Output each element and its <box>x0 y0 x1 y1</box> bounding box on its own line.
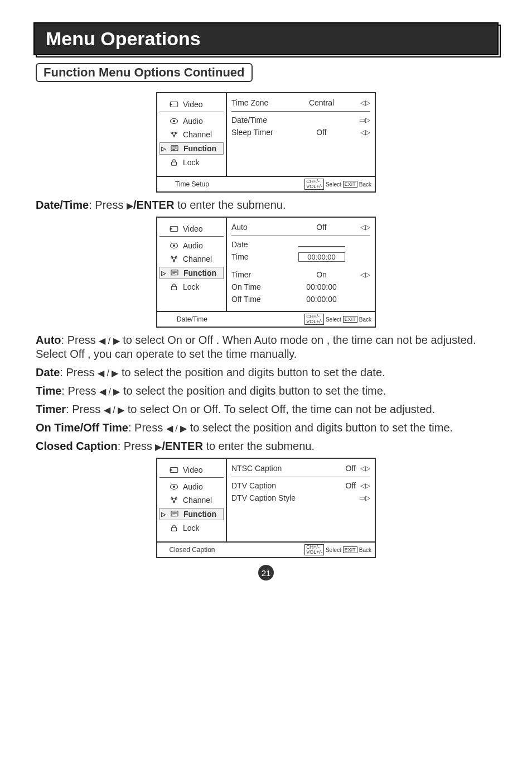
setting-label: DTV Caption Style <box>231 493 309 502</box>
setting-row-sleep-timer[interactable]: Sleep Timer Off ◁▷ <box>231 126 370 138</box>
setting-label: On Time <box>231 282 287 291</box>
osd-footer: Closed Caption CH+/-VOL+/- Select EXIT B… <box>157 541 375 557</box>
paragraph-on-off-time: On Time/Off Time: Press ◀ / ▶ to select … <box>36 421 496 435</box>
channel-icon <box>168 129 180 140</box>
hint-select: Select <box>326 316 341 323</box>
sidebar-item-label: Channel <box>183 496 212 505</box>
left-right-arrows-icon: ◀ / ▶ <box>98 368 118 378</box>
sidebar-item-function[interactable]: ▷ Function <box>159 267 224 279</box>
setting-label: Time Zone <box>231 98 287 107</box>
sidebar-item-channel[interactable]: Channel <box>159 495 224 506</box>
setting-label: DTV Caption <box>231 481 309 490</box>
sidebar-item-label: Audio <box>183 482 203 491</box>
left-right-arrows-icon: ◀ / ▶ <box>104 405 124 415</box>
setting-row-on-time[interactable]: On Time 00:00:00 <box>231 281 370 293</box>
ch-vol-key-icon: CH+/-VOL+/- <box>304 544 324 555</box>
exit-key-icon: EXIT <box>343 316 357 323</box>
osd-sidebar: Video Audio Channel ▷ Function <box>157 459 227 541</box>
hint-select: Select <box>326 547 341 553</box>
sidebar-item-video[interactable]: Video <box>159 223 224 237</box>
svg-point-2 <box>173 121 175 122</box>
setting-value <box>298 246 345 247</box>
osd-footer-title: Time Setup <box>157 178 227 190</box>
setting-label: Date <box>231 240 287 249</box>
paragraph-closed-caption: Closed Caption: Press ▶/ENTER to enter t… <box>36 439 496 453</box>
sidebar-item-function[interactable]: ▷ Function <box>159 142 224 155</box>
paragraph-date-time-intro: Date/Time: Press ▶/ENTER to enter the su… <box>36 198 496 212</box>
left-right-arrows-icon: ◀ / ▶ <box>99 336 119 346</box>
function-icon <box>169 143 180 153</box>
sidebar-item-label: Audio <box>183 241 203 250</box>
left-right-arrows-icon: ◀ / ▶ <box>99 387 120 396</box>
sidebar-item-label: Channel <box>183 255 212 263</box>
sidebar-item-lock[interactable]: Lock <box>159 157 224 168</box>
paragraph-timer: Timer: Press ◀ / ▶ to select On or Off. … <box>36 402 496 416</box>
section-subtitle: Function Menu Options Continued <box>36 63 253 82</box>
sidebar-item-label: Video <box>183 466 203 474</box>
hint-back: Back <box>359 316 371 323</box>
sidebar-item-label: Function <box>183 144 216 153</box>
sidebar-item-audio[interactable]: Audio <box>159 481 224 492</box>
page-number: 21 <box>258 565 274 580</box>
hint-select: Select <box>326 181 341 188</box>
video-icon <box>168 465 180 475</box>
paragraph-date: Date: Press ◀ / ▶ to select the position… <box>36 366 496 380</box>
osd-content: Auto Off ◁▷ Date Time 00:00:00 Timer On <box>227 218 375 311</box>
sidebar-item-lock[interactable]: Lock <box>159 281 224 292</box>
sidebar-item-channel[interactable]: Channel <box>159 129 224 140</box>
hint-back: Back <box>359 547 371 553</box>
video-icon <box>168 99 180 109</box>
setting-row-time[interactable]: Time 00:00:00 <box>231 251 370 263</box>
osd-sidebar: Video Audio Channel ▷ Function <box>157 93 227 176</box>
sidebar-item-audio[interactable]: Audio <box>159 240 224 251</box>
sidebar-item-lock[interactable]: Lock <box>159 522 224 534</box>
enter-icon: ▭▷ <box>356 494 370 502</box>
setting-value: 00:00:00 <box>287 282 356 291</box>
sidebar-item-video[interactable]: Video <box>159 99 224 112</box>
left-right-icon: ◁▷ <box>356 271 370 279</box>
function-icon <box>169 268 180 278</box>
svg-point-10 <box>173 245 175 247</box>
sidebar-item-label: Function <box>183 510 216 519</box>
svg-rect-7 <box>172 162 177 165</box>
channel-icon <box>168 254 180 264</box>
lock-icon <box>168 523 180 533</box>
hint-back: Back <box>359 181 371 188</box>
osd-date-time: Video Audio Channel ▷ Function <box>156 217 376 328</box>
setting-value: Off <box>287 128 356 137</box>
setting-row-dtv-caption[interactable]: DTV Caption Off ◁▷ <box>231 479 370 492</box>
setting-row-off-time[interactable]: Off Time 00:00:00 <box>231 293 370 305</box>
sidebar-item-function[interactable]: ▷ Function <box>159 508 224 520</box>
setting-value: Off <box>309 481 356 490</box>
left-right-icon: ◁▷ <box>356 223 370 231</box>
function-icon <box>169 509 180 519</box>
exit-key-icon: EXIT <box>343 546 357 553</box>
sidebar-item-label: Lock <box>183 282 200 291</box>
osd-time-setup: Video Audio Channel ▷ Function <box>156 92 376 193</box>
osd-content: Time Zone Central ◁▷ Date/Time ▭▷ Sleep … <box>227 93 375 176</box>
enter-icon: ▭▷ <box>356 116 370 124</box>
setting-label: Auto <box>231 223 287 232</box>
setting-label: NTSC Caption <box>231 464 309 473</box>
setting-row-time-zone[interactable]: Time Zone Central ◁▷ <box>231 97 370 112</box>
setting-value: Off <box>287 223 356 232</box>
chevron-right-icon: ▷ <box>161 511 166 518</box>
sidebar-item-audio[interactable]: Audio <box>159 116 224 127</box>
setting-row-ntsc-caption[interactable]: NTSC Caption Off ◁▷ <box>231 462 370 477</box>
setting-value: Off <box>309 464 356 473</box>
setting-row-auto[interactable]: Auto Off ◁▷ <box>231 221 370 236</box>
lock-icon <box>168 282 180 292</box>
audio-icon <box>168 116 180 126</box>
ch-vol-key-icon: CH+/-VOL+/- <box>304 179 324 190</box>
setting-label: Sleep Timer <box>231 128 287 137</box>
setting-label: Timer <box>231 270 287 279</box>
setting-row-date[interactable]: Date <box>231 238 370 251</box>
sidebar-item-channel[interactable]: Channel <box>159 253 224 265</box>
setting-row-dtv-caption-style[interactable]: DTV Caption Style ▭▷ <box>231 492 370 504</box>
sidebar-item-video[interactable]: Video <box>159 464 224 478</box>
sidebar-item-label: Lock <box>183 158 200 167</box>
paragraph-time: Time: Press ◀ / ▶ to select the position… <box>36 384 496 398</box>
osd-sidebar: Video Audio Channel ▷ Function <box>157 218 227 311</box>
setting-row-timer[interactable]: Timer On ◁▷ <box>231 268 370 281</box>
setting-row-date-time[interactable]: Date/Time ▭▷ <box>231 114 370 126</box>
